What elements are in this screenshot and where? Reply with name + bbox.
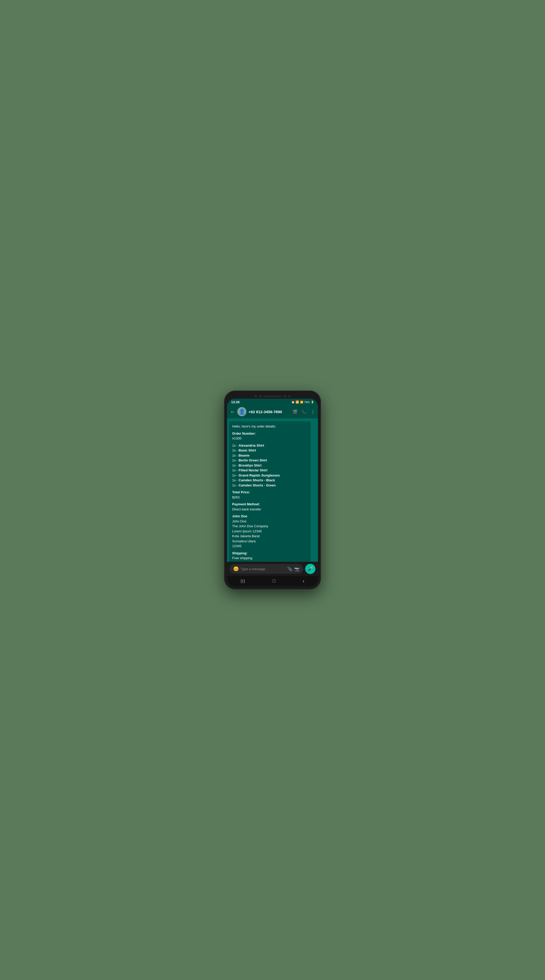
camera-dot: [254, 395, 257, 398]
order-number-label: Order Number:: [232, 431, 308, 436]
status-bar: 13:26 ⏰ 📶 📶 79% 🔋: [227, 399, 318, 405]
msg-intro: Hello, here's my order details:: [232, 425, 276, 428]
phone-screen: 13:26 ⏰ 📶 📶 79% 🔋 ← 👤 +62 812-3456-7890 …: [227, 399, 318, 587]
shipping-label: Shipping:: [232, 551, 308, 556]
customer-name-bold: John Doe: [232, 514, 308, 519]
attach-icon[interactable]: 📎: [287, 566, 292, 571]
item-5: 1x - Brooklyn Shirt: [232, 463, 308, 468]
status-time: 13:26: [231, 400, 239, 404]
nav-bar: ||| □ ‹: [227, 576, 318, 587]
item-8: 1x - Camden Shorts - Black: [232, 478, 308, 483]
speaker-bar: [264, 396, 281, 397]
status-icons: ⏰ 📶 📶 79% 🔋: [292, 401, 314, 404]
address-line-1: John Doe: [232, 519, 308, 524]
item-7: 1x - Grand Rapids Sunglasses: [232, 473, 308, 478]
mic-button[interactable]: 🎤: [305, 564, 316, 574]
chat-header: ← 👤 +62 812-3456-7890 🎬 📞 ⋮: [227, 405, 318, 418]
avatar: 👤: [237, 407, 247, 416]
header-actions: 🎬 📞 ⋮: [292, 409, 315, 414]
address-line-6: 12345: [232, 544, 308, 549]
back-button[interactable]: ←: [230, 409, 235, 415]
address-line-3: Lorem Ipsum 12345: [232, 529, 308, 534]
nav-back-icon[interactable]: ‹: [303, 578, 304, 584]
video-call-icon[interactable]: 🎬: [292, 409, 298, 414]
address-line-4: Kota Jakarta Barat: [232, 534, 308, 539]
chat-area: Hello, here's my order details: Order Nu…: [227, 418, 318, 562]
phone-frame: 13:26 ⏰ 📶 📶 79% 🔋 ← 👤 +62 812-3456-7890 …: [224, 390, 321, 590]
camera-dot4: [288, 395, 291, 398]
battery-icon: 🔋: [311, 401, 314, 404]
address-line-2: The John Doe Company: [232, 524, 308, 529]
camera-dot2: [259, 395, 261, 398]
alarm-icon: ⏰: [292, 401, 295, 404]
signal-icon: 📶: [300, 401, 303, 404]
item-6: 1x - Fitted Nectar Shirt: [232, 468, 308, 473]
item-2: 1x - Basic Shirt: [232, 448, 308, 453]
item-1: 1x - Alexandria Shirt: [232, 443, 308, 448]
address-line-5: Sumatera Utara: [232, 539, 308, 544]
shipping-value: Free shipping: [232, 555, 308, 561]
camera-dot3: [284, 395, 286, 398]
item-4: 1x - Berlin Green Shirt: [232, 458, 308, 463]
emoji-icon[interactable]: 😊: [233, 566, 239, 572]
camera-icon[interactable]: 📷: [295, 566, 300, 571]
voice-call-icon[interactable]: 📞: [301, 409, 307, 414]
order-number: #1300: [232, 436, 308, 441]
battery-percent: 79%: [304, 401, 310, 404]
payment-method: Direct bank transfer: [232, 507, 308, 512]
more-options-icon[interactable]: ⋮: [311, 409, 315, 414]
items-list: 1x - Alexandria Shirt 1x - Basic Shirt 1…: [232, 443, 308, 488]
total-price-label: Total Price:: [232, 490, 308, 495]
contact-name: +62 812-3456-7890: [249, 410, 290, 414]
avatar-person-icon: 👤: [239, 409, 245, 415]
nav-home-icon[interactable]: □: [272, 578, 275, 584]
item-9: 1x - Camden Shorts - Green: [232, 483, 308, 488]
total-price: $263: [232, 495, 308, 500]
message-placeholder: Type a message: [241, 567, 285, 571]
phone-top: [227, 393, 318, 399]
mic-icon: 🎤: [308, 566, 313, 572]
message-input-field[interactable]: 😊 Type a message 📎 📷: [229, 564, 303, 574]
item-3: 1x - Beanie: [232, 453, 308, 458]
input-bar: 😊 Type a message 📎 📷 🎤: [227, 562, 318, 576]
nav-menu-icon[interactable]: |||: [241, 579, 245, 584]
wifi-icon: 📶: [295, 401, 299, 404]
message-bubble: Hello, here's my order details: Order Nu…: [229, 422, 311, 562]
payment-method-label: Payment Method:: [232, 502, 308, 507]
